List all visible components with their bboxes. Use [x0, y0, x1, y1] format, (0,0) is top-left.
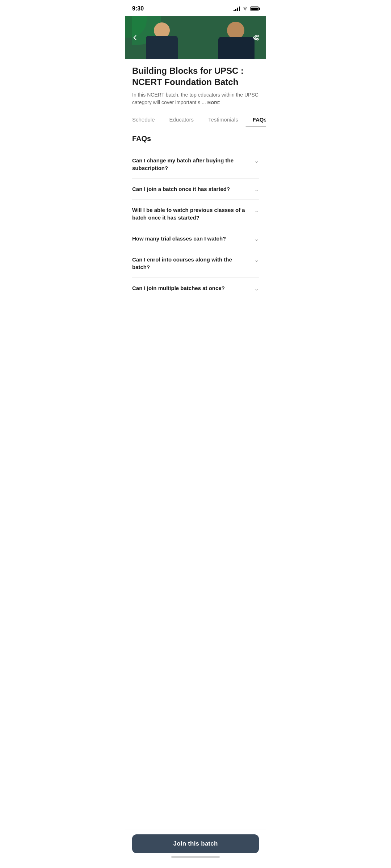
svg-point-0: [245, 10, 245, 10]
faq-question-6: Can I join multiple batches at once?: [132, 284, 254, 292]
person-left-body: [146, 36, 178, 59]
faq-item-4[interactable]: How many trial classes can I watch? ⌄: [132, 228, 259, 249]
tab-schedule[interactable]: Schedule: [125, 112, 162, 127]
more-link[interactable]: MORE: [207, 101, 220, 105]
share-button[interactable]: [250, 32, 262, 43]
chevron-down-icon-2: ⌄: [254, 186, 259, 193]
signal-icon: [234, 6, 240, 11]
faq-question-2: Can I join a batch once it has started?: [132, 185, 254, 193]
svg-point-1: [257, 35, 258, 37]
status-icons: [234, 6, 259, 11]
faq-item-5[interactable]: Can I enrol into courses along with the …: [132, 249, 259, 278]
faq-item-3[interactable]: Will I be able to watch previous classes…: [132, 200, 259, 228]
chevron-down-icon-5: ⌄: [254, 256, 259, 263]
tab-educators[interactable]: Educators: [162, 112, 201, 127]
hero-image: [125, 16, 266, 59]
wifi-icon: [242, 7, 248, 11]
faq-question-5: Can I enrol into courses along with the …: [132, 256, 254, 271]
faq-question-3: Will I be able to watch previous classes…: [132, 206, 254, 221]
batch-description: In this NCERT batch, the top educators w…: [132, 91, 259, 106]
chevron-down-icon-6: ⌄: [254, 285, 259, 292]
faq-question-1: Can I change my batch after buying the s…: [132, 157, 254, 172]
faq-heading: FAQs: [132, 135, 259, 143]
tabs-container: Schedule Educators Testimonials FAQs: [125, 112, 266, 127]
battery-icon: [250, 7, 259, 11]
tab-faqs[interactable]: FAQs: [245, 112, 266, 127]
faq-item-6[interactable]: Can I join multiple batches at once? ⌄: [132, 278, 259, 298]
faq-item-2[interactable]: Can I join a batch once it has started? …: [132, 179, 259, 200]
status-time: 9:30: [132, 5, 144, 12]
svg-point-2: [253, 37, 255, 39]
person-right-body: [218, 37, 255, 59]
faq-question-4: How many trial classes can I watch?: [132, 235, 254, 242]
chevron-down-icon-4: ⌄: [254, 235, 259, 242]
chevron-down-icon-1: ⌄: [254, 157, 259, 164]
person-right-head: [227, 22, 244, 39]
content-area: Building Blocks for UPSC : NCERT Foundat…: [125, 59, 266, 127]
page-spacer: [125, 306, 266, 342]
batch-title: Building Blocks for UPSC : NCERT Foundat…: [132, 65, 259, 88]
back-button[interactable]: [129, 32, 141, 43]
status-bar: 9:30: [125, 0, 266, 16]
chevron-down-icon-3: ⌄: [254, 207, 259, 214]
faq-section: FAQs Can I change my batch after buying …: [125, 127, 266, 306]
tab-testimonials[interactable]: Testimonials: [201, 112, 245, 127]
faq-item-1[interactable]: Can I change my batch after buying the s…: [132, 150, 259, 179]
